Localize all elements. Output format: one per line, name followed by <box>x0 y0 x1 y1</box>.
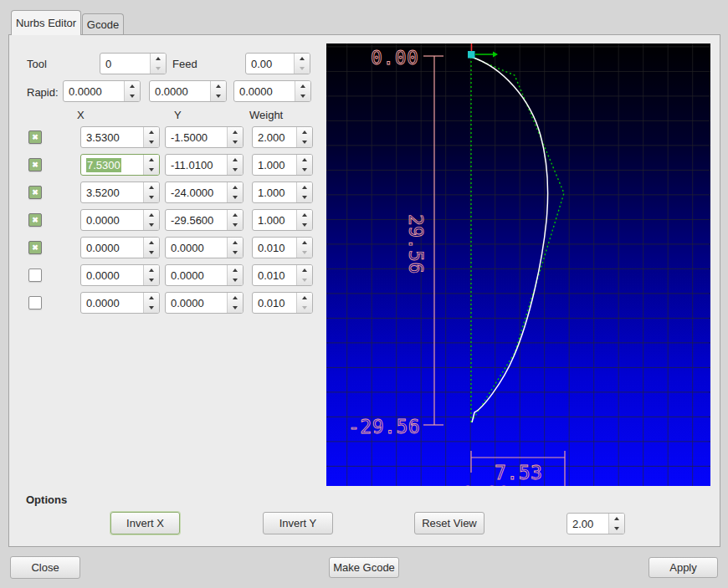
spin-up-button[interactable] <box>297 265 312 275</box>
spin-up-button[interactable] <box>144 238 159 248</box>
point-weight-spinbox[interactable]: 0.010 <box>252 237 313 258</box>
point-y-spinbox[interactable]: -11.0100 <box>165 154 244 176</box>
apply-button[interactable]: Apply <box>649 557 718 578</box>
point-x-value[interactable]: 3.5200 <box>81 182 143 202</box>
origin-point-handle[interactable] <box>468 51 475 59</box>
point-x-spinbox[interactable]: 7.5300 <box>80 154 160 176</box>
spin-up-button[interactable] <box>228 210 243 220</box>
spin-down-button[interactable] <box>228 303 243 313</box>
point-x-value[interactable]: 0.0000 <box>81 210 143 230</box>
point-y-spinbox[interactable]: -24.0000 <box>165 182 244 203</box>
rapid-x-value[interactable]: 0.0000 <box>64 81 124 101</box>
point-y-value[interactable]: -1.5000 <box>166 127 227 147</box>
point-x-value[interactable]: 0.0000 <box>81 265 143 285</box>
point-y-spinbox[interactable]: 0.0000 <box>165 292 244 314</box>
point-x-value[interactable]: 0.0000 <box>81 293 143 313</box>
spin-up-button[interactable] <box>125 81 140 91</box>
point-enable-checkbox[interactable]: ✖ <box>28 268 42 282</box>
spin-down-button[interactable] <box>144 165 159 175</box>
spin-up-button[interactable] <box>228 127 243 137</box>
spin-up-button[interactable] <box>151 54 166 64</box>
close-button[interactable]: Close <box>10 556 80 579</box>
point-x-spinbox[interactable]: 3.5200 <box>80 182 160 203</box>
zoom-value[interactable]: 2.00 <box>567 514 608 534</box>
tool-value[interactable]: 0 <box>100 54 150 74</box>
point-weight-spinbox[interactable]: 2.000 <box>252 126 313 148</box>
point-enable-checkbox[interactable]: ✖ <box>28 241 42 254</box>
spin-down-button[interactable] <box>144 303 159 313</box>
rapid-z-spinbox[interactable]: 0.0000 <box>233 80 311 102</box>
point-y-spinbox[interactable]: -29.5600 <box>165 209 244 231</box>
spin-up-button[interactable] <box>297 293 312 303</box>
point-y-spinbox[interactable]: -1.5000 <box>165 126 244 148</box>
point-x-spinbox[interactable]: 0.0000 <box>80 237 160 258</box>
spin-down-button[interactable] <box>228 220 243 230</box>
spin-up-button[interactable] <box>228 238 243 248</box>
point-weight-spinbox[interactable]: 0.010 <box>252 264 313 286</box>
spin-down-button[interactable] <box>297 303 312 313</box>
spin-up-button[interactable] <box>228 293 243 303</box>
zoom-spinbox[interactable]: 2.00 <box>567 513 625 534</box>
spin-down-button[interactable] <box>144 192 159 202</box>
spin-down-button[interactable] <box>295 91 310 101</box>
point-x-value[interactable]: 7.5300 <box>81 155 143 175</box>
nurbs-plot[interactable]: 0.00 29.56 -29.56 7.53 0.00 <box>326 43 710 486</box>
spin-down-button[interactable] <box>295 64 310 74</box>
rapid-y-spinbox[interactable]: 0.0000 <box>149 80 227 102</box>
point-x-value[interactable]: 3.5300 <box>81 127 143 147</box>
point-y-spinbox[interactable]: 0.0000 <box>165 264 244 286</box>
spin-down-button[interactable] <box>228 137 243 147</box>
rapid-x-spinbox[interactable]: 0.0000 <box>63 80 141 102</box>
point-weight-spinbox[interactable]: 1.000 <box>252 182 313 203</box>
point-weight-value[interactable]: 0.010 <box>253 238 296 258</box>
point-y-value[interactable]: -11.0100 <box>166 155 227 175</box>
point-y-value[interactable]: -24.0000 <box>166 182 227 202</box>
point-weight-value[interactable]: 0.010 <box>253 265 296 285</box>
spin-up-button[interactable] <box>144 293 159 303</box>
rapid-y-value[interactable]: 0.0000 <box>150 81 210 101</box>
spin-up-button[interactable] <box>295 81 310 91</box>
point-weight-spinbox[interactable]: 1.000 <box>252 209 313 231</box>
spin-down-button[interactable] <box>297 248 312 258</box>
point-y-value[interactable]: 0.0000 <box>166 265 227 285</box>
feed-spinbox[interactable]: 0.00 <box>245 53 310 74</box>
spin-down-button[interactable] <box>297 192 312 202</box>
point-weight-value[interactable]: 1.000 <box>253 182 296 202</box>
point-weight-value[interactable]: 0.010 <box>253 293 296 313</box>
point-weight-value[interactable]: 1.000 <box>253 155 296 175</box>
feed-value[interactable]: 0.00 <box>246 54 294 74</box>
spin-up-button[interactable] <box>144 127 159 137</box>
point-x-spinbox[interactable]: 0.0000 <box>80 264 160 286</box>
spin-down-button[interactable] <box>297 165 312 175</box>
point-weight-value[interactable]: 1.000 <box>253 210 296 230</box>
spin-down-button[interactable] <box>297 275 312 285</box>
point-enable-checkbox[interactable]: ✖ <box>28 213 42 227</box>
spin-down-button[interactable] <box>228 165 243 175</box>
spin-up-button[interactable] <box>144 210 159 220</box>
spin-down-button[interactable] <box>609 524 624 534</box>
spin-down-button[interactable] <box>151 64 166 74</box>
spin-up-button[interactable] <box>228 182 243 192</box>
spin-up-button[interactable] <box>609 514 624 524</box>
invert-x-button[interactable]: Invert X <box>110 512 180 534</box>
spin-up-button[interactable] <box>297 155 312 165</box>
spin-down-button[interactable] <box>144 137 159 147</box>
tab-nurbs-editor[interactable]: Nurbs Editor <box>11 10 81 35</box>
spin-down-button[interactable] <box>228 192 243 202</box>
reset-view-button[interactable]: Reset View <box>414 512 484 534</box>
point-weight-value[interactable]: 2.000 <box>253 127 296 147</box>
rapid-z-value[interactable]: 0.0000 <box>234 81 295 101</box>
point-weight-spinbox[interactable]: 1.000 <box>252 154 313 176</box>
spin-up-button[interactable] <box>211 81 226 91</box>
point-x-spinbox[interactable]: 0.0000 <box>80 292 160 314</box>
spin-down-button[interactable] <box>228 248 243 258</box>
spin-down-button[interactable] <box>297 220 312 230</box>
point-enable-checkbox[interactable]: ✖ <box>28 158 42 171</box>
spin-down-button[interactable] <box>211 91 226 101</box>
spin-up-button[interactable] <box>228 265 243 275</box>
spin-down-button[interactable] <box>125 91 140 101</box>
spin-up-button[interactable] <box>297 182 312 192</box>
spin-up-button[interactable] <box>297 210 312 220</box>
make-gcode-button[interactable]: Make Gcode <box>329 557 399 578</box>
point-x-spinbox[interactable]: 0.0000 <box>80 209 160 231</box>
